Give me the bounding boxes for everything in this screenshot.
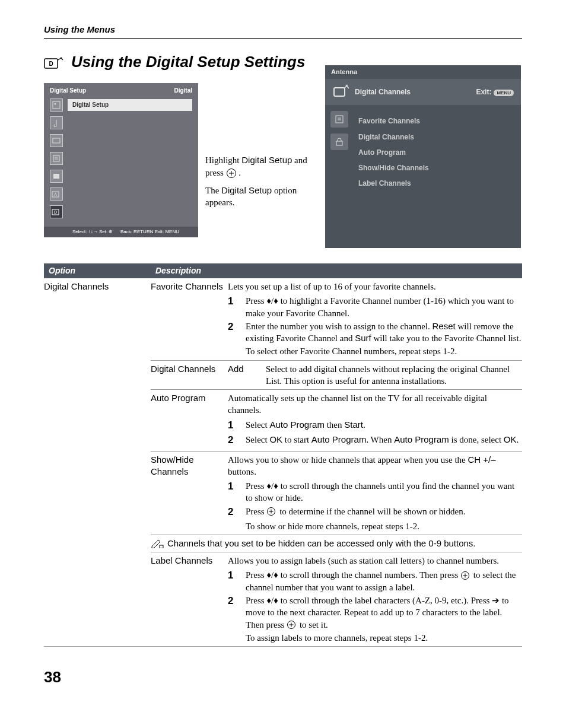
reset-label: Reset xyxy=(433,321,456,331)
surf-label: Surf xyxy=(355,333,371,343)
favorite-after: To select other Favorite Channel numbers… xyxy=(246,345,522,357)
step-num: 2 xyxy=(228,434,237,447)
svg-rect-5 xyxy=(53,155,59,161)
sub-title-showhide: Show/Hide Channels xyxy=(151,452,228,535)
favorite-step2: Enter the number you wish to assign to t… xyxy=(246,320,522,345)
favorite-step1: Press ♦/♦ to highlight a Favorite Channe… xyxy=(246,295,522,319)
t: . xyxy=(363,420,365,430)
step-num: 1 xyxy=(228,419,237,433)
svg-text:A: A xyxy=(54,192,57,196)
t: Auto Program xyxy=(269,419,325,430)
label-step2: Press ♦/♦ to scroll through the label ch… xyxy=(246,595,522,631)
antenna-exit: Exit:MENU xyxy=(476,87,514,97)
sub-label-channels: Label Channels Allows you to assign labe… xyxy=(151,552,522,646)
antenna-header: Antenna xyxy=(325,65,521,79)
option-digital-channels: Digital Channels xyxy=(44,278,151,535)
svg-rect-17 xyxy=(336,116,343,123)
options-table: Option Description Digital Channels Favo… xyxy=(44,263,522,647)
antenna-osd: Antenna Digital Channels Exit:MENU Favor… xyxy=(325,65,521,248)
showhide-step2: Press to determine if the channel will b… xyxy=(246,506,522,519)
add-label: Add xyxy=(228,363,259,387)
t: . When xyxy=(366,435,394,444)
auto-step1: Select Auto Program then Start. xyxy=(246,419,522,433)
antenna-sideicon-list xyxy=(330,111,348,128)
antenna-title-icon xyxy=(332,84,349,100)
antenna-exit-label: Exit: xyxy=(476,88,491,96)
showhide-intro: Allows you to show or hide channels that… xyxy=(228,454,522,478)
t: OK xyxy=(504,434,517,444)
svg-rect-24 xyxy=(160,545,163,548)
osd-icon-picture xyxy=(50,98,63,112)
top-illustration-area: Digital Setup Digital Digital Setup A D … xyxy=(44,83,522,248)
osd-icon-analog: A xyxy=(50,187,63,201)
pencil-icon xyxy=(151,539,164,548)
sub-auto-program: Auto Program Automatically sets up the c… xyxy=(151,389,522,450)
t: Press ♦/♦ to scroll through the channel … xyxy=(246,570,460,580)
digital-setup-title-icon: D xyxy=(44,55,65,69)
osd-title-right: Digital xyxy=(174,87,192,95)
label-intro: Allows you to assign labels (such as sta… xyxy=(228,555,522,567)
sub-digital-channels: Digital Channels Add Select to add digit… xyxy=(151,360,522,390)
t: to start xyxy=(282,435,311,444)
t: Auto Program xyxy=(311,434,367,444)
menu-badge: MENU xyxy=(494,90,514,96)
svg-rect-16 xyxy=(334,88,345,96)
osd-icon-digital: D xyxy=(50,205,63,218)
section-header: Using the Menus xyxy=(44,24,522,39)
t: Select xyxy=(246,420,269,430)
svg-rect-20 xyxy=(336,141,342,145)
antenna-title: Digital Channels xyxy=(355,87,411,97)
label-after: To assign labels to more channels, repea… xyxy=(246,632,522,644)
middle-instruction: Highlight Digital Setup and press . The … xyxy=(205,83,318,214)
sub-title-digital: Digital Channels xyxy=(151,361,228,390)
svg-rect-4 xyxy=(53,138,60,143)
t: OK xyxy=(269,434,282,444)
svg-text:D: D xyxy=(54,210,57,214)
step-num: 2 xyxy=(228,320,237,345)
t: is done, select xyxy=(449,435,504,444)
t: . xyxy=(516,435,519,444)
page-title: Using the Digital Setup Settings xyxy=(71,52,305,72)
t: CH +/– xyxy=(468,454,496,465)
step-num: 1 xyxy=(228,295,237,319)
auto-intro: Automatically sets up the channel list o… xyxy=(228,392,522,417)
note-text: Channels that you set to be hidden can b… xyxy=(167,538,476,549)
instr-p2a: The xyxy=(205,186,221,195)
antenna-menu-list: Favorite Channels Digital Channels Auto … xyxy=(354,105,434,199)
osd-icon-screen xyxy=(50,134,63,147)
antenna-item-1: Digital Channels xyxy=(358,129,429,145)
svg-rect-2 xyxy=(53,101,60,109)
page-number: 38 xyxy=(44,667,522,688)
showhide-after: To show or hide more channels, repeat st… xyxy=(246,520,522,532)
svg-rect-8 xyxy=(53,174,59,179)
th-description: Description xyxy=(151,263,522,278)
antenna-item-0: Favorite Channels xyxy=(358,113,429,129)
note-row: Channels that you set to be hidden can b… xyxy=(151,535,522,552)
antenna-sideicon-lock xyxy=(330,133,348,150)
digital-setup-osd: Digital Setup Digital Digital Setup A D … xyxy=(44,83,198,237)
osd-highlighted-row: Digital Setup xyxy=(68,99,192,111)
enter-icon xyxy=(287,620,297,631)
enter-icon xyxy=(266,507,277,517)
svg-point-3 xyxy=(55,103,56,104)
instr-p2b: Digital Setup xyxy=(221,185,272,195)
step-num: 1 xyxy=(228,569,237,593)
t: to set it. xyxy=(297,620,328,630)
antenna-item-4: Label Channels xyxy=(358,176,429,191)
sub-title-label: Label Channels xyxy=(151,552,228,646)
showhide-step1: Press ♦/♦ to scroll through the channels… xyxy=(246,480,522,504)
osd-icon-parent xyxy=(50,170,63,183)
t: will take you to the Favorite Channel li… xyxy=(371,333,522,343)
t: Start xyxy=(344,419,363,430)
sub-show-hide: Show/Hide Channels Allows you to show or… xyxy=(151,451,522,535)
osd-footer-right: Back: RETURN Exit: MENU xyxy=(120,229,179,236)
t: Enter the number you wish to assign to t… xyxy=(246,322,433,331)
sub-title-auto: Auto Program xyxy=(151,390,228,450)
sub-title-favorite: Favorite Channels xyxy=(151,278,228,360)
th-option: Option xyxy=(44,263,151,278)
t: Press xyxy=(246,507,266,516)
label-step1: Press ♦/♦ to scroll through the channel … xyxy=(246,569,522,593)
svg-text:D: D xyxy=(49,61,53,67)
instr-p1b: Digital Setup xyxy=(241,155,292,165)
osd-icon-sound xyxy=(50,116,63,129)
